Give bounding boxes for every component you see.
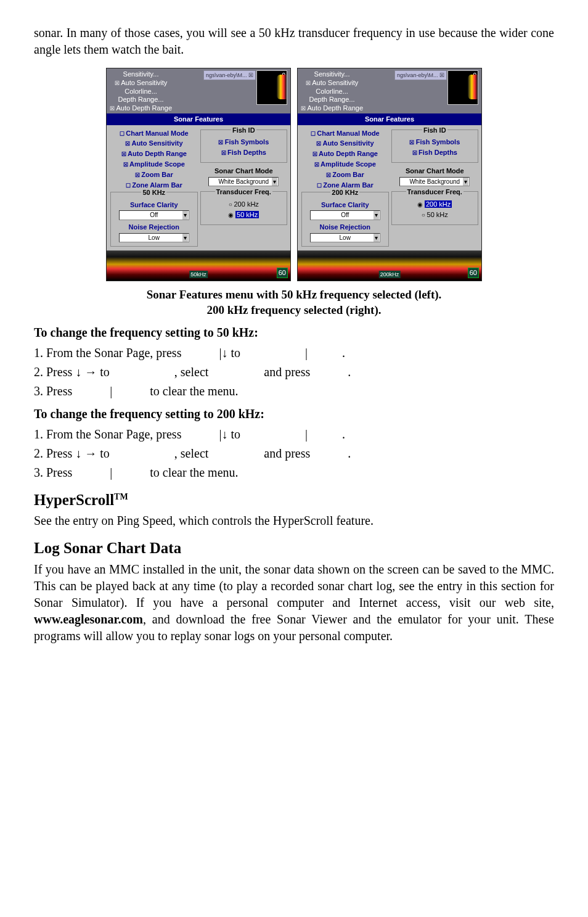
heading-200: To change the frequency setting to 200 k…: [34, 406, 554, 422]
path-tag: ngs\van-eby\M... ☒: [203, 70, 256, 80]
surface-clarity-label: Surface Clarity: [113, 200, 195, 210]
radio-50[interactable]: 50 kHz: [394, 210, 476, 220]
menu-auto-depth-range: Auto Depth Range: [301, 104, 363, 113]
path-tag: ngs\van-eby\M... ☒: [394, 70, 447, 80]
fish-symbols[interactable]: Fish Symbols: [203, 138, 285, 147]
menu-depth-range: Depth Range...: [110, 96, 172, 104]
surface-clarity-dd[interactable]: Off: [310, 210, 380, 220]
opt-amplitude[interactable]: Amplitude Scope: [110, 160, 198, 169]
screenshot-left: Sensitivity... Auto Sensitivity Colorlin…: [106, 68, 291, 281]
depth-label: 60: [468, 268, 479, 278]
chart-mode-title: Sonar Chart Mode: [391, 167, 479, 176]
radio-50[interactable]: 50 kHz: [203, 210, 285, 220]
fish-id-title: Fish ID: [231, 126, 256, 135]
opt-auto-sens[interactable]: Auto Sensitivity: [110, 139, 198, 148]
noise-rejection-label: Noise Rejection: [113, 223, 195, 232]
freq-label: 50kHz: [189, 271, 208, 278]
menu-depth-range: Depth Range...: [301, 96, 363, 104]
chart-mode-title: Sonar Chart Mode: [200, 167, 288, 176]
radio-200[interactable]: 200 kHz: [394, 200, 476, 209]
opt-auto-sens[interactable]: Auto Sensitivity: [301, 139, 389, 148]
dialog-title: Sonar Features: [298, 113, 481, 125]
opt-amplitude[interactable]: Amplitude Scope: [301, 160, 389, 169]
fish-id-title: Fish ID: [422, 126, 447, 135]
fish-symbols[interactable]: Fish Symbols: [394, 138, 476, 147]
fish-depths[interactable]: Fish Depths: [203, 148, 285, 157]
menu-sensitivity: Sensitivity...: [301, 70, 363, 79]
sonar-strip: 50kHz 60: [107, 250, 290, 281]
surface-clarity-dd[interactable]: Off: [119, 210, 189, 220]
opt-chart-manual[interactable]: Chart Manual Mode: [110, 129, 198, 138]
trans-title: Transducer Freq.: [406, 187, 463, 197]
fish-id-group: Fish ID Fish Symbols Fish Depths: [200, 130, 288, 163]
fish-depths[interactable]: Fish Depths: [394, 148, 476, 157]
khz-group: 200 KHz Surface Clarity Off Noise Reject…: [301, 192, 389, 247]
noise-rejection-dd[interactable]: Low: [310, 233, 380, 243]
log-heading: Log Sonar Chart Data: [34, 538, 554, 559]
opt-chart-manual[interactable]: Chart Manual Mode: [301, 129, 389, 138]
khz-group-title: 200 KHz: [330, 188, 359, 197]
noise-rejection-dd[interactable]: Low: [119, 233, 189, 243]
heading-50: To change the frequency setting to 50 kH…: [34, 324, 554, 341]
sonar-strip: 200kHz 60: [298, 250, 481, 281]
surface-clarity-label: Surface Clarity: [304, 200, 386, 210]
steps-50: 1. From the Sonar Page, press |↓ to |. 2…: [34, 345, 554, 400]
screenshot-right: Sensitivity... Auto Sensitivity Colorlin…: [297, 68, 482, 281]
khz-group: 50 KHz Surface Clarity Off Noise Rejecti…: [110, 192, 198, 247]
menu-auto-sensitivity: Auto Sensitivity: [110, 79, 172, 88]
transducer-group: Transducer Freq. 200 kHz 50 kHz: [391, 191, 479, 225]
menu-colorline: Colorline...: [110, 88, 172, 96]
menu-colorline: Colorline...: [301, 88, 363, 96]
hyperscroll-text: See the entry on Ping Speed, which contr…: [34, 512, 554, 529]
trans-title: Transducer Freq.: [215, 187, 272, 197]
fish-id-group: Fish ID Fish Symbols Fish Depths: [391, 130, 479, 163]
figure-caption: Sonar Features menu with 50 kHz frequenc…: [34, 287, 554, 318]
chart-mode-dd[interactable]: White Background: [208, 177, 279, 187]
log-text: If you have an MMC installed in the unit…: [34, 561, 554, 644]
menu-sensitivity: Sensitivity...: [110, 70, 172, 79]
menu-auto-depth-range: Auto Depth Range: [110, 104, 172, 113]
depth-label: 60: [277, 268, 288, 278]
sonar-thumb: 0: [256, 70, 287, 105]
opt-auto-depth[interactable]: Auto Depth Range: [301, 149, 389, 158]
hyperscroll-heading: HyperScrollTM: [34, 490, 554, 511]
transducer-group: Transducer Freq. 200 kHz 50 kHz: [200, 191, 288, 225]
opt-auto-depth[interactable]: Auto Depth Range: [110, 149, 198, 158]
sonar-thumb: 0: [447, 70, 478, 105]
chart-mode-dd[interactable]: White Background: [399, 177, 470, 187]
freq-label: 200kHz: [379, 271, 401, 278]
figure: Sensitivity... Auto Sensitivity Colorlin…: [34, 64, 554, 281]
dialog-title: Sonar Features: [107, 113, 290, 125]
noise-rejection-label: Noise Rejection: [304, 223, 386, 232]
menu-auto-sensitivity: Auto Sensitivity: [301, 79, 363, 88]
radio-200[interactable]: 200 kHz: [203, 200, 285, 209]
khz-group-title: 50 KHz: [141, 188, 166, 197]
opt-zoom-bar[interactable]: Zoom Bar: [110, 170, 198, 179]
intro-paragraph: sonar. In many of those cases, you will …: [34, 25, 554, 58]
url: www.eaglesonar.com: [34, 612, 143, 626]
steps-200: 1. From the Sonar Page, press |↓ to |. 2…: [34, 426, 554, 481]
opt-zoom-bar[interactable]: Zoom Bar: [301, 170, 389, 179]
